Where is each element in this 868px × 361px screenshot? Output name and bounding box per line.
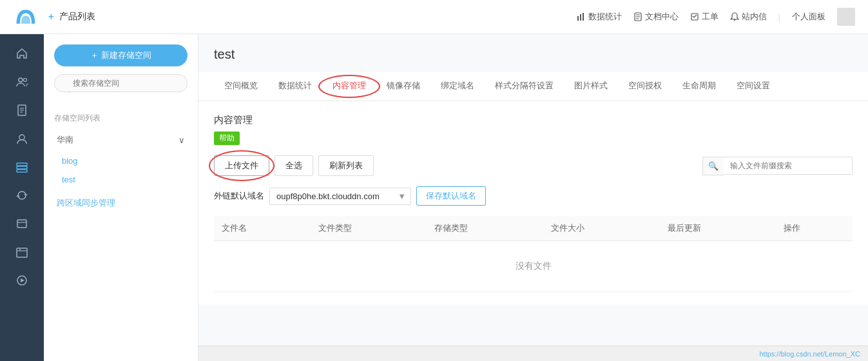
col-storagetype: 存储类型 (427, 216, 543, 241)
domain-row: 外链默认域名 oupf8p0he.bkt.clouddn.com ▼ 保存默认域… (214, 186, 853, 206)
help-badge[interactable]: 帮助 (214, 132, 240, 145)
svg-rect-18 (17, 163, 27, 166)
new-bucket-button[interactable]: ＋ 新建存储空间 (54, 44, 188, 66)
chevron-down-icon: ∨ (178, 135, 185, 145)
sidebar-item-users[interactable] (9, 69, 35, 95)
svg-rect-21 (17, 220, 26, 228)
save-domain-button[interactable]: 保存默认域名 (416, 186, 486, 206)
svg-rect-19 (17, 166, 27, 169)
header-right: 数据统计 文档中心 工单 站内信 | 个人面板 (577, 8, 855, 26)
new-bucket-label: 新建存储空间 (101, 50, 151, 61)
personal-label: 个人面板 (792, 11, 825, 23)
select-all-button[interactable]: 全选 (275, 155, 313, 176)
data-stats-nav[interactable]: 数据统计 (577, 11, 622, 23)
product-title: ＋ 产品列表 (46, 11, 95, 23)
region-label: 华南 (57, 134, 73, 146)
sidebar-item-docs[interactable] (9, 97, 35, 123)
file-search-icon: 🔍 (702, 157, 724, 175)
data-stats-label: 数据统计 (588, 11, 622, 23)
file-search-input[interactable] (724, 157, 853, 175)
bucket-item-test[interactable]: test (54, 171, 188, 188)
domain-select-wrap: oupf8p0he.bkt.clouddn.com ▼ (269, 188, 411, 205)
site-msg-nav[interactable]: 站内信 (730, 11, 767, 23)
bucket-search-wrap: 🔍 (54, 74, 188, 102)
chart-icon (577, 12, 586, 21)
title-text: 产品列表 (59, 11, 95, 23)
tab-lifecycle[interactable]: 生命周期 (672, 72, 726, 101)
svg-rect-2 (583, 13, 584, 21)
page-title: test (214, 47, 853, 62)
tab-content-mgmt[interactable]: 内容管理 (322, 72, 376, 101)
brand-logo-icon (14, 5, 37, 28)
home-icon (15, 47, 28, 60)
left-panel: ＋ 新建存储空间 🔍 存储空间列表 华南 ∨ blog test 跨区域同步管理 (44, 34, 198, 361)
sidebar-item-home[interactable] (9, 41, 35, 66)
col-filetype: 文件类型 (311, 216, 427, 241)
status-url: https://blog.csdn.net/Lemon_XC (759, 350, 860, 358)
header: ＋ 产品列表 数据统计 文档中心 工单 站内信 | 个人面板 (0, 0, 868, 34)
sidebar-item-sync[interactable] (9, 182, 35, 208)
upload-file-button[interactable]: 上传文件 (214, 155, 269, 176)
tab-separator-settings[interactable]: 样式分隔符设置 (485, 72, 564, 101)
file-search-wrap: 🔍 (702, 157, 853, 175)
cross-region-link[interactable]: 跨区域同步管理 (54, 193, 188, 213)
table-body: 没有文件 (214, 241, 853, 292)
play-icon (15, 274, 28, 287)
sidebar-item-cert[interactable] (9, 211, 35, 237)
svg-point-11 (19, 78, 23, 82)
doc-icon (633, 12, 642, 21)
tab-space-auth[interactable]: 空间授权 (618, 72, 672, 101)
logo (13, 4, 39, 30)
sidebar-item-account[interactable] (9, 126, 35, 151)
main-content: test 空间概览 数据统计 内容管理 镜像存储 绑定域名 样式分隔符设置 图片… (198, 34, 868, 361)
sidebar-item-play[interactable] (9, 268, 35, 293)
section-title: 内容管理 (214, 114, 853, 126)
tab-mirror[interactable]: 镜像存储 (376, 72, 430, 101)
sidebar-item-storage[interactable] (9, 154, 35, 180)
tab-domain-bind[interactable]: 绑定域名 (430, 72, 485, 101)
svg-rect-20 (17, 170, 27, 172)
doc-center-nav[interactable]: 文档中心 (633, 11, 679, 23)
sidebar (0, 34, 44, 361)
sidebar-item-media[interactable] (9, 239, 35, 265)
col-filename: 文件名 (214, 216, 311, 241)
storage-icon (15, 161, 28, 173)
svg-point-12 (24, 79, 27, 82)
plus-icon: ＋ (46, 11, 55, 23)
file-table: 文件名 文件类型 存储类型 文件大小 最后更新 操作 没有文件 (214, 216, 853, 292)
svg-marker-27 (21, 278, 24, 282)
col-filesize: 文件大小 (543, 216, 660, 241)
svg-point-17 (19, 135, 24, 140)
col-lastupdate: 最后更新 (660, 216, 776, 241)
refresh-button[interactable]: 刷新列表 (318, 155, 374, 176)
bucket-list-label: 存储空间列表 (54, 113, 188, 124)
no-file-row: 没有文件 (214, 241, 853, 292)
divider: | (778, 12, 780, 22)
tab-img-style[interactable]: 图片样式 (564, 72, 618, 101)
bucket-search-input[interactable] (54, 74, 188, 92)
site-msg-label: 站内信 (742, 11, 767, 23)
tab-space-settings[interactable]: 空间设置 (726, 72, 780, 101)
personal-panel-nav[interactable]: 个人面板 (792, 11, 825, 23)
region-row[interactable]: 华南 ∨ (54, 130, 188, 150)
bucket-item-blog[interactable]: blog (54, 152, 188, 170)
order-icon (690, 12, 699, 21)
tab-overview[interactable]: 空间概览 (214, 72, 268, 101)
header-left: ＋ 产品列表 (13, 4, 95, 30)
col-actions: 操作 (776, 216, 853, 241)
avatar[interactable] (837, 8, 855, 26)
svg-rect-23 (17, 248, 27, 257)
account-icon (15, 132, 28, 145)
tabs-bar: 空间概览 数据统计 内容管理 镜像存储 绑定域名 样式分隔符设置 图片样式 空间… (198, 72, 868, 101)
cert-icon (15, 217, 28, 230)
sync-icon (15, 189, 28, 202)
work-order-nav[interactable]: 工单 (690, 11, 719, 23)
action-bar: 上传文件 全选 刷新列表 🔍 (214, 155, 853, 176)
domain-select[interactable]: oupf8p0he.bkt.clouddn.com (269, 188, 411, 205)
media-icon (15, 246, 28, 259)
doc-center-label: 文档中心 (645, 11, 679, 23)
users-icon (15, 75, 28, 88)
tab-data-stats[interactable]: 数据统计 (268, 72, 322, 101)
no-file-text: 没有文件 (214, 241, 853, 292)
work-order-label: 工单 (702, 11, 719, 23)
